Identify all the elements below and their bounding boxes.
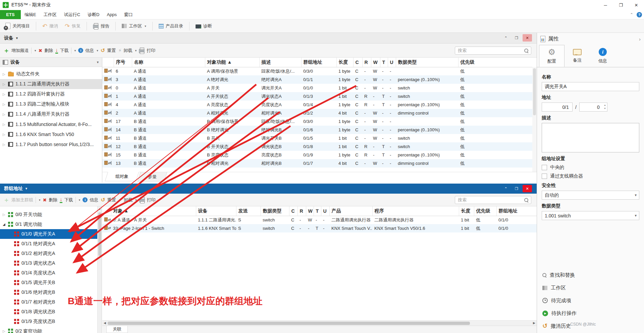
table-row[interactable]: 11B 通道B 开关调光开关B0/1/51 bitC-W--switch低 (102, 134, 537, 142)
column-header[interactable]: 长度 (336, 58, 353, 67)
device-tree-item[interactable]: ▷动态文件夹 (0, 69, 102, 79)
device-tree-item[interactable]: ▷1.1.2 四路百叶窗执行器 (0, 89, 102, 99)
column-header[interactable]: 数据类型 (261, 206, 289, 216)
tree-expander-icon[interactable]: ▷ (3, 82, 8, 86)
ga-search-input[interactable]: 搜索 (455, 196, 531, 204)
tree-expander-icon[interactable]: ▷ (3, 113, 8, 116)
ga-info-button[interactable]: i 信息 (83, 197, 98, 203)
add-channel-button[interactable]: ＋ 增加频道 (3, 48, 29, 54)
ga-horizontal-scrollbar[interactable]: ◀ ▶ (102, 320, 537, 326)
todo-items-button[interactable]: 待完成项 (537, 294, 644, 307)
add-main-group-dropdown-icon[interactable]: ▾ (39, 198, 41, 202)
ga-reset-button[interactable]: ↺ 重置 (101, 197, 116, 203)
ga-download-dropdown-icon[interactable]: ▾ (79, 198, 80, 202)
column-header[interactable]: 描述 (259, 58, 301, 67)
ga-panel-close-button[interactable]: ✕ (523, 185, 532, 192)
menu-item-commissioning[interactable]: 试运行C (60, 10, 84, 19)
group-address-tree-item[interactable]: ◢0/1 调光功能 (0, 219, 97, 229)
menu-item-edit[interactable]: 编辑E (21, 10, 40, 19)
column-header[interactable]: U (388, 58, 396, 67)
column-header[interactable]: 优先级 (474, 206, 496, 216)
description-field[interactable] (542, 123, 639, 152)
scrollbar-thumb[interactable] (98, 212, 101, 256)
scrollbar-thumb[interactable] (108, 322, 470, 325)
workspace-button[interactable]: 工作区 ▾ (120, 22, 148, 30)
diagnostics-button[interactable]: 诊断 (194, 22, 214, 30)
column-header[interactable]: 设备 (196, 206, 236, 216)
security-dropdown[interactable]: 自动的 (542, 191, 639, 200)
tree-expander-icon[interactable]: ▷ (3, 103, 8, 106)
unload-button[interactable]: ⚡ 卸载 ▾ (118, 48, 137, 54)
group-address-tree-item[interactable]: ▷0/0 开关功能 (0, 210, 97, 219)
ga-print-button[interactable]: 打印 (139, 197, 156, 203)
device-tree-item[interactable]: ▷1.1.4 八路通用开关执行器 (0, 109, 102, 119)
tree-expander-icon[interactable]: ▷ (3, 72, 8, 76)
group-address-tree-item[interactable]: 0/1/0 调光开关A (0, 229, 97, 239)
devices-search-input[interactable]: 搜索 (455, 47, 531, 55)
group-address-tree-item[interactable]: 0/1/8 调光状态B (0, 307, 97, 317)
download-dropdown-icon[interactable]: ▾ (74, 49, 76, 52)
ga-download-button[interactable]: ↓ 下载 (60, 197, 73, 203)
tree-expander-icon[interactable]: ◢ (3, 222, 8, 226)
address-sub-stepper[interactable]: 0 ▲▼ (579, 103, 607, 112)
table-row[interactable]: 4A 通道A 亮度状态亮度状态A0/1/41 byteCR-T-percenta… (102, 101, 537, 109)
tab-settings[interactable]: ⚙ 配置 (539, 45, 565, 67)
tree-expander-icon[interactable]: ▷ (3, 92, 8, 96)
device-tree-header[interactable]: 设备 ▼ (0, 58, 102, 67)
tree-expander-icon[interactable]: ▷ (3, 329, 8, 333)
column-header[interactable]: 对象 ▲ (111, 206, 196, 216)
scroll-left-icon[interactable]: ◀ (104, 321, 106, 325)
table-row[interactable]: 0A 通道A 开关调光开关A0/1/01 bitC-W--switch低 (102, 84, 537, 92)
device-tree-item[interactable]: ▷1.1.3 四路二进制输入模块 (0, 99, 102, 109)
tab-group-objects[interactable]: 组对象 (105, 172, 139, 181)
device-tree-item[interactable]: ▷1.1.6 KNX Smart Touch V50 (0, 129, 102, 139)
table-row[interactable]: 13B 通道B 相对调光相对调光B0/1/74 bitC-W--dimming … (102, 159, 537, 168)
group-address-tree-item[interactable]: ▷0/2 窗帘功能 (0, 326, 97, 333)
find-replace-button[interactable]: 查找和替换 (537, 269, 644, 281)
devices-panel-close-button[interactable]: ✕ (523, 34, 532, 42)
close-button[interactable]: ✕ (629, 0, 644, 10)
tree-expander-icon[interactable]: ▷ (3, 123, 8, 126)
tab-associations[interactable]: 关联 (106, 326, 128, 333)
workspace-action-button[interactable]: 工作区 (537, 281, 644, 294)
pending-operations-button[interactable]: ▶ 待执行操作 (537, 307, 644, 320)
ga-panel-collapse-button[interactable]: ⌃ (501, 185, 511, 192)
ga-panel-maximize-button[interactable]: ❐ (512, 185, 521, 192)
table-row[interactable]: 2A 通道A 相对调光相对调光A0/1/24 bitC-W--dimming c… (102, 109, 537, 117)
redo-button[interactable]: ↷ 恢复 (63, 22, 83, 30)
help-icon[interactable]: ? (637, 12, 642, 17)
spinner-arrows-icon[interactable]: ▲▼ (604, 104, 606, 110)
tree-expander-icon[interactable]: ▷ (3, 143, 8, 146)
table-row[interactable]: 3A 通道A 绝对调光绝对调光A0/1/11 byteC-W--percenta… (102, 75, 537, 84)
device-tree-item[interactable]: ▷1.1.5 Multifunctional Actuator, 8-Fo... (0, 119, 102, 129)
column-header[interactable]: 产品 (329, 206, 372, 216)
group-address-tree-item[interactable]: 0/1/5 调光开关B (0, 278, 97, 287)
column-header[interactable]: 程序 (372, 206, 459, 216)
column-header[interactable]: 数据类型 (396, 58, 458, 67)
close-project-button[interactable]: ✕ 关闭项目 (3, 21, 32, 30)
menu-item-workspace[interactable]: 工作区 (40, 10, 60, 19)
table-row[interactable]: 0: A 通道 - A 开关1.1.1 二路通用调光...SswitchC-W-… (102, 216, 537, 224)
scroll-right-icon[interactable]: ▶ (533, 321, 535, 325)
minimize-button[interactable]: ─ (598, 0, 613, 10)
devices-panel-collapse-button[interactable]: ⌃ (501, 34, 511, 42)
add-main-group-button[interactable]: ＋ 添加主群组 (3, 197, 33, 203)
column-header[interactable]: 名称 (132, 58, 205, 67)
device-tree-item[interactable]: ▷1.1.7 Push button sensor Plus,1/2/3... (0, 139, 102, 149)
column-header[interactable]: U (321, 206, 329, 216)
chevron-down-icon[interactable]: ▼ (96, 61, 99, 64)
column-header[interactable]: 群组地址 (301, 58, 336, 67)
tree-expander-icon[interactable]: ▷ (3, 213, 8, 216)
collapse-ribbon-icon[interactable]: ⌃ (630, 12, 633, 17)
group-address-tree-item[interactable]: 0/1/3 调光状态A (0, 258, 97, 268)
column-header[interactable]: C (289, 206, 298, 216)
maximize-button[interactable]: ❐ (613, 0, 629, 10)
menu-item-diagnostics[interactable]: 诊断D (84, 10, 103, 19)
table-row[interactable]: 1A 通道A 开关状态调光状态A0/1/31 bitCR-T-switch低 (102, 92, 537, 101)
report-button[interactable]: 报告 (91, 22, 111, 30)
device-tree-item[interactable]: ▷1.1.1 二路通用调光执行器 (0, 79, 102, 89)
menu-item-window[interactable]: 窗口 (120, 10, 137, 19)
group-address-tree-item[interactable]: 0/1/9 亮度状态B (0, 317, 97, 326)
group-objects-vertical-scrollbar[interactable] (532, 67, 537, 172)
devices-panel-maximize-button[interactable]: ❐ (512, 34, 521, 42)
